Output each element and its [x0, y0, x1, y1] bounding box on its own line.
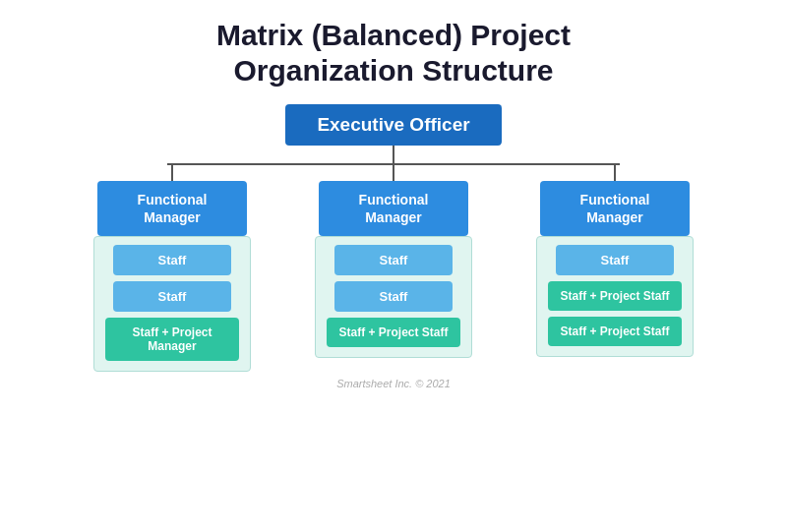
- col3-inner: Staff Staff + Project Staff Staff + Proj…: [536, 236, 694, 357]
- col2-top-connector: [393, 163, 394, 181]
- col1-staff-2: Staff: [113, 281, 231, 312]
- org-chart: Executive Officer FunctionalManager Staf…: [0, 104, 787, 532]
- column-1: FunctionalManager Staff Staff Staff + Pr…: [89, 163, 256, 372]
- col2-staff-project: Staff + Project Staff: [327, 318, 460, 347]
- col3-staff-project-1: Staff + Project Staff: [548, 281, 682, 311]
- col1-staff-1: Staff: [113, 245, 231, 275]
- col1-staff-project: Staff + Project Manager: [105, 318, 239, 361]
- horizontal-bar: [167, 163, 620, 165]
- col3-staff-1: Staff: [556, 245, 674, 275]
- func-manager-1: FunctionalManager: [97, 181, 247, 236]
- exec-connector: [393, 146, 394, 163]
- page-title: Matrix (Balanced) Project Organization S…: [197, 18, 590, 89]
- col1-inner: Staff Staff Staff + Project Manager: [93, 236, 251, 372]
- watermark: Smartsheet Inc. © 2021: [336, 378, 451, 389]
- col1-top-connector: [171, 163, 173, 181]
- col3-top-connector: [614, 163, 616, 181]
- col3-staff-project-2: Staff + Project Staff: [548, 317, 682, 346]
- func-manager-3: FunctionalManager: [540, 181, 690, 236]
- col2-staff-1: Staff: [334, 245, 453, 275]
- col2-staff-2: Staff: [334, 281, 453, 312]
- column-3: FunctionalManager Staff Staff + Project …: [531, 163, 698, 357]
- columns-row: FunctionalManager Staff Staff Staff + Pr…: [89, 163, 698, 372]
- column-2: FunctionalManager Staff Staff Staff + Pr…: [310, 163, 477, 358]
- exec-box: Executive Officer: [285, 104, 502, 146]
- func-manager-2: FunctionalManager: [319, 181, 468, 236]
- col2-inner: Staff Staff Staff + Project Staff: [315, 236, 472, 358]
